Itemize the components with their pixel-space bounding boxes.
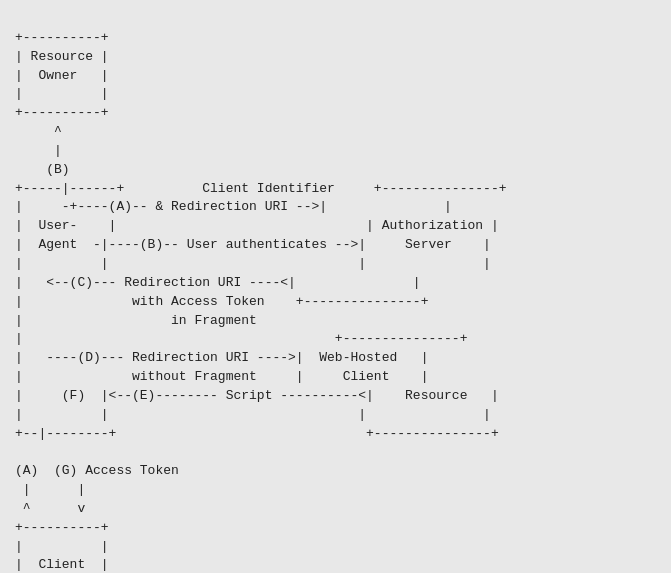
diagram-content: +----------+ | Resource | | Owner | | | …: [15, 30, 506, 573]
diagram-container: +----------+ | Resource | | Owner | | | …: [0, 0, 671, 573]
